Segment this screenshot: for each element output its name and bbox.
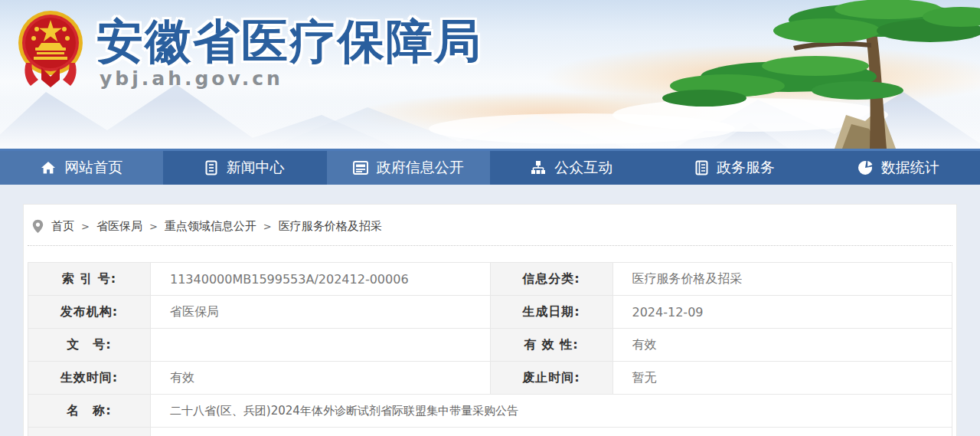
site-banner: 安徽省医疗保障局 ybj.ah.gov.cn: [0, 0, 980, 149]
nav-item-news[interactable]: 新闻中心: [163, 151, 326, 185]
info-disclosure-icon: [353, 161, 368, 175]
document-info-table: 索 引 号: 11340000MB1599553A/202412-00006 信…: [28, 262, 952, 436]
site-title: 安徽省医疗保障局: [96, 11, 482, 74]
nav-item-label: 公众互动: [554, 158, 612, 178]
clipboard-icon: [695, 160, 708, 175]
table-row: 发布机构: 省医保局 生成日期: 2024-12-09: [28, 296, 952, 329]
content-card: 首页 > 省医保局 > 重点领域信息公开 > 医疗服务价格及招采 索 引 号: …: [23, 204, 957, 436]
nav-item-label: 新闻中心: [226, 158, 284, 178]
breadcrumb-link-home[interactable]: 首页: [51, 219, 74, 234]
table-row: 生效时间: 有效 废止时间: 暂无: [28, 362, 952, 395]
generation-date-label: 生成日期:: [490, 296, 612, 329]
nav-item-home[interactable]: 网站首页: [0, 151, 163, 185]
effective-time-value: 有效: [151, 362, 491, 395]
effective-time-label: 生效时间:: [28, 362, 151, 395]
breadcrumb-separator: >: [263, 221, 272, 232]
generation-date-value: 2024-12-09: [612, 296, 952, 329]
table-row-partial: [28, 428, 952, 436]
home-icon: [41, 160, 56, 175]
info-category-label: 信息分类:: [490, 263, 612, 296]
info-category-value: 医疗服务价格及招采: [612, 263, 952, 296]
breadcrumb-link-key-areas-disclosure[interactable]: 重点领域信息公开: [165, 219, 256, 234]
nav-item-label: 政府信息公开: [377, 158, 464, 178]
breadcrumb: 首页 > 省医保局 > 重点领域信息公开 > 医疗服务价格及招采: [28, 205, 952, 246]
nav-item-label: 政务服务: [717, 158, 775, 178]
page-body: 首页 > 省医保局 > 重点领域信息公开 > 医疗服务价格及招采 索 引 号: …: [0, 185, 980, 436]
sitemap-icon: [531, 160, 546, 175]
nav-item-public-interaction[interactable]: 公众互动: [490, 151, 653, 185]
pie-chart-icon: [858, 160, 873, 175]
table-row: 名 称: 二十八省(区、兵团)2024年体外诊断试剂省际联盟集中带量采购公告: [28, 395, 952, 428]
abolition-time-label: 废止时间:: [490, 362, 612, 395]
partial-row-value: [151, 428, 952, 436]
document-number-value: [151, 329, 491, 362]
validity-label: 有 效 性:: [490, 329, 612, 362]
location-pin-icon: [32, 219, 44, 234]
site-url: ybj.ah.gov.cn: [100, 67, 283, 90]
abolition-time-value: 暂无: [612, 362, 952, 395]
news-document-icon: [205, 160, 217, 175]
nav-item-gov-services[interactable]: 政务服务: [653, 151, 816, 185]
main-navigation: 网站首页 新闻中心 政府信息公开 公众互动: [0, 149, 980, 185]
breadcrumb-link-provincial-bureau[interactable]: 省医保局: [96, 219, 142, 234]
breadcrumb-current-page: 医疗服务价格及招采: [279, 219, 382, 234]
breadcrumb-separator: >: [81, 221, 90, 232]
table-row: 索 引 号: 11340000MB1599553A/202412-00006 信…: [28, 263, 952, 296]
breadcrumb-separator: >: [149, 221, 158, 232]
nav-item-label: 网站首页: [64, 158, 122, 178]
title-value: 二十八省(区、兵团)2024年体外诊断试剂省际联盟集中带量采购公告: [151, 395, 952, 428]
nav-item-gov-info-disclosure[interactable]: 政府信息公开: [327, 151, 490, 185]
partial-row-label: [28, 428, 151, 436]
index-number-label: 索 引 号:: [28, 263, 151, 296]
validity-value: 有效: [612, 329, 952, 362]
nav-item-data-statistics[interactable]: 数据统计: [817, 151, 980, 185]
title-label: 名 称:: [28, 395, 151, 428]
issuing-agency-value: 省医保局: [151, 296, 491, 329]
document-number-label: 文 号:: [28, 329, 151, 362]
national-emblem-logo[interactable]: [15, 6, 86, 92]
table-row: 文 号: 有 效 性: 有效: [28, 329, 952, 362]
index-number-value: 11340000MB1599553A/202412-00006: [151, 263, 491, 296]
nav-item-label: 数据统计: [881, 158, 939, 178]
issuing-agency-label: 发布机构:: [28, 296, 151, 329]
